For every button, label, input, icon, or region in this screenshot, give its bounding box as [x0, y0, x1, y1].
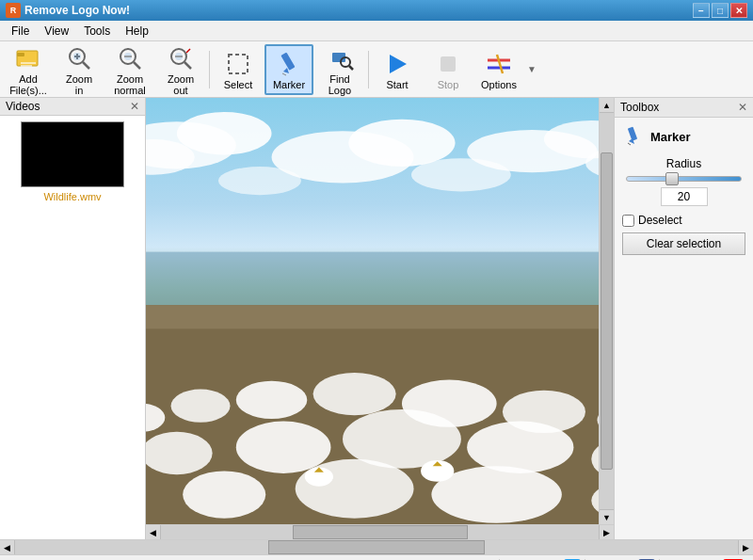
- menu-file[interactable]: File: [4, 23, 37, 40]
- videos-title: Videos: [6, 100, 40, 113]
- svg-point-39: [411, 158, 511, 191]
- radius-value-display: 20: [661, 187, 708, 206]
- svg-point-8: [73, 53, 81, 60]
- image-and-vscroll: ▲ ▼: [146, 98, 614, 524]
- radius-slider-thumb[interactable]: [665, 172, 679, 185]
- zoom-in-button[interactable]: Zoom in: [55, 44, 104, 95]
- radius-slider-container[interactable]: [622, 176, 745, 182]
- app-icon: R: [6, 3, 21, 18]
- svg-point-34: [348, 120, 455, 167]
- zoom-in-sublabel: in: [75, 85, 84, 96]
- video-item[interactable]: Wildlife.wmv: [0, 116, 145, 208]
- find-logo-icon: [325, 43, 355, 73]
- options-button[interactable]: Options: [474, 44, 523, 95]
- minimize-button[interactable]: −: [693, 3, 710, 18]
- zoom-out-label: Zoom: [168, 73, 194, 85]
- svg-rect-1: [17, 53, 24, 56]
- start-button[interactable]: Start: [373, 44, 422, 95]
- zoom-normal-button[interactable]: Zoom normal: [105, 44, 154, 95]
- select-label: Select: [224, 79, 253, 90]
- start-icon: [382, 49, 412, 79]
- svg-rect-42: [146, 305, 599, 328]
- find-logo-label2: Logo: [328, 85, 351, 96]
- zoom-out-button[interactable]: Zoom out: [156, 44, 205, 95]
- videos-header: Videos ✕: [0, 98, 145, 116]
- close-button[interactable]: ✕: [730, 3, 747, 18]
- vscroll-thumb[interactable]: [601, 152, 613, 470]
- svg-rect-26: [441, 56, 456, 72]
- video-thumbnail: [21, 121, 124, 187]
- svg-point-44: [171, 390, 231, 423]
- toolbox-tool-name: Marker: [650, 130, 691, 144]
- deselect-label[interactable]: Deselect: [638, 214, 682, 227]
- stop-icon: [433, 49, 463, 79]
- deselect-checkbox[interactable]: [622, 215, 634, 227]
- main-hscroll-track[interactable]: [15, 540, 738, 554]
- select-button[interactable]: Select: [214, 44, 263, 95]
- image-row: ▲ ▼ ◀ ▶ Toolbox ✕: [146, 98, 753, 539]
- svg-point-53: [467, 422, 573, 473]
- toolbox-radius-field: Radius 20: [622, 157, 745, 206]
- find-logo-button[interactable]: Find Logo: [315, 44, 364, 95]
- main-hscroll-right[interactable]: ▶: [738, 540, 753, 554]
- add-files-label: Add: [19, 73, 38, 85]
- main-hscroll-left[interactable]: ◀: [0, 540, 15, 554]
- svg-line-17: [186, 49, 190, 53]
- toolbar-separator-1: [209, 51, 210, 88]
- image-canvas[interactable]: [146, 98, 599, 524]
- horizontal-scrollbar[interactable]: ◀ ▶: [146, 524, 614, 539]
- title-bar: R Remove Logo Now! − □ ✕: [0, 0, 753, 21]
- zoom-in-label: Zoom: [66, 73, 92, 85]
- hscroll-thumb[interactable]: [293, 525, 468, 539]
- menu-bar: File View Tools Help: [0, 21, 753, 41]
- menu-view[interactable]: View: [37, 23, 76, 40]
- vscroll-track[interactable]: [600, 113, 614, 509]
- marker-label: Marker: [273, 79, 305, 90]
- hscroll-track[interactable]: [161, 525, 599, 539]
- title-bar-title: Remove Logo Now!: [24, 4, 130, 17]
- maximize-button[interactable]: □: [712, 3, 729, 18]
- zoom-normal-label: Zoom: [117, 73, 143, 85]
- main-hscroll-thumb[interactable]: [268, 540, 485, 554]
- menu-help[interactable]: Help: [118, 23, 156, 40]
- deselect-checkbox-row[interactable]: Deselect: [622, 214, 745, 227]
- toolbar-dropdown-arrow[interactable]: ▼: [527, 64, 537, 74]
- vscroll-down-arrow[interactable]: ▼: [600, 509, 614, 524]
- svg-rect-18: [229, 55, 248, 73]
- hscroll-left-arrow[interactable]: ◀: [146, 525, 161, 539]
- toolbox-content: Marker Radius 20 Deselect Clear selectio…: [615, 118, 753, 263]
- vertical-scrollbar[interactable]: ▲ ▼: [599, 98, 614, 524]
- marker-button[interactable]: Marker: [264, 44, 313, 95]
- vscroll-up-arrow[interactable]: ▲: [600, 98, 614, 113]
- svg-line-10: [134, 62, 140, 69]
- menu-tools[interactable]: Tools: [76, 23, 118, 40]
- radius-slider-track[interactable]: [626, 176, 742, 182]
- zoom-in-icon: [64, 43, 94, 73]
- options-icon: [484, 49, 514, 79]
- stop-label: Stop: [438, 79, 459, 90]
- add-files-button[interactable]: Add File(s)...: [4, 44, 53, 95]
- svg-line-24: [349, 66, 353, 70]
- svg-line-21: [282, 73, 286, 75]
- main-hscrollbar[interactable]: ◀ ▶: [0, 539, 753, 554]
- title-bar-controls[interactable]: − □ ✕: [693, 3, 747, 18]
- clear-selection-button[interactable]: Clear selection: [622, 232, 745, 255]
- zoom-out-icon: [166, 43, 196, 73]
- videos-close-button[interactable]: ✕: [130, 100, 139, 113]
- svg-line-65: [628, 143, 631, 145]
- svg-line-29: [497, 55, 503, 73]
- add-files-sublabel: File(s)...: [9, 85, 47, 96]
- toolbox-close-button[interactable]: ✕: [738, 101, 747, 114]
- toolbox-marker-icon: [622, 125, 645, 148]
- videos-panel: Videos ✕ Wildlife.wmv: [0, 98, 146, 539]
- select-icon: [223, 49, 253, 79]
- svg-rect-2: [21, 62, 36, 64]
- toolbox-radius-label: Radius: [622, 157, 745, 170]
- hscroll-right-arrow[interactable]: ▶: [599, 525, 614, 539]
- svg-point-51: [236, 422, 331, 473]
- options-label: Options: [481, 79, 517, 90]
- svg-point-55: [183, 471, 265, 518]
- marker-icon: [274, 49, 304, 79]
- stop-button[interactable]: Stop: [424, 44, 473, 95]
- status-bar: Ready Time (s): Follow us on t Join us o…: [0, 554, 753, 560]
